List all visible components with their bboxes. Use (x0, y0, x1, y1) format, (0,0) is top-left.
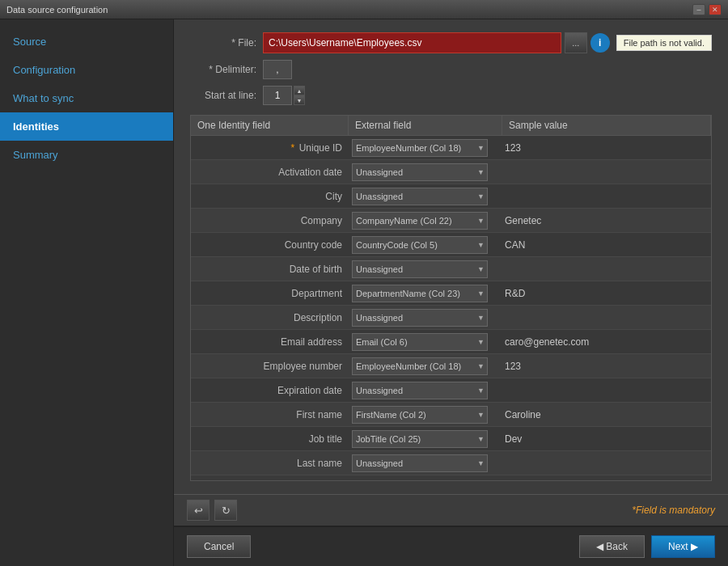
header-external-field: External field (349, 116, 502, 135)
cell-external-field: Unassigned▼ (349, 379, 498, 402)
cell-sample-value (498, 388, 711, 393)
dropdown-wrapper: Email (Col 6)▼ (352, 333, 488, 351)
table-row: Last nameUnassigned▼ (191, 451, 711, 475)
cell-identity-field: First name (191, 406, 349, 424)
external-field-dropdown[interactable]: Unassigned (352, 188, 488, 205)
external-field-dropdown[interactable]: EmployeeNumber (Col 18) (352, 357, 488, 375)
dropdown-wrapper: Unassigned▼ (352, 382, 488, 399)
cell-sample-value: Dev (498, 431, 711, 447)
browse-button[interactable]: ... (565, 32, 587, 53)
cell-identity-field: Date of birth (191, 260, 349, 278)
refresh-button[interactable]: ↻ (214, 500, 237, 521)
sidebar: Source Configuration What to sync Identi… (0, 19, 174, 566)
sidebar-item-summary[interactable]: Summary (0, 141, 173, 169)
table-body[interactable]: * Unique IDEmployeeNumber (Col 18)▼123Ac… (190, 135, 712, 481)
cell-external-field: CompanyName (Col 22)▼ (349, 209, 498, 232)
cell-sample-value: 123 (498, 358, 711, 374)
external-field-dropdown[interactable]: JobTitle (Col 25) (352, 430, 488, 448)
toolbar-icons: ↩ ↻ (187, 500, 237, 521)
cell-sample-value: CAN (498, 237, 711, 253)
sidebar-item-what-to-sync[interactable]: What to sync (0, 84, 173, 112)
external-field-dropdown[interactable]: FirstName (Col 2) (352, 406, 488, 424)
table-row: DescriptionUnassigned▼ (191, 306, 711, 330)
cell-identity-field: Activation date (191, 163, 349, 181)
table-header: One Identity field External field Sample… (190, 115, 712, 135)
undo-icon: ↩ (194, 505, 203, 517)
sidebar-item-identities[interactable]: Identities (0, 112, 173, 141)
external-field-dropdown[interactable]: Unassigned (352, 382, 488, 399)
cell-identity-field: City (191, 188, 349, 205)
cell-sample-value: R&D (498, 285, 711, 302)
cell-external-field: Email (Col 6)▼ (349, 331, 498, 353)
header-identity-field: One Identity field (191, 116, 349, 135)
dropdown-wrapper: Unassigned▼ (352, 163, 488, 181)
cell-external-field: EmployeeNumber (Col 18)▼ (349, 137, 498, 159)
dropdown-wrapper: Unassigned▼ (352, 454, 488, 472)
spin-down-button[interactable]: ▼ (294, 95, 305, 105)
external-field-dropdown[interactable]: Unassigned (352, 454, 488, 472)
table-row: CityUnassigned▼ (191, 184, 711, 209)
main-layout: Source Configuration What to sync Identi… (0, 19, 728, 566)
cell-external-field: JobTitle (Col 25)▼ (349, 428, 498, 450)
cell-external-field: DepartmentName (Col 23)▼ (349, 282, 498, 305)
undo-button[interactable]: ↩ (187, 500, 210, 521)
dropdown-wrapper: CompanyName (Col 22)▼ (352, 212, 488, 230)
next-button[interactable]: Next ▶ (651, 535, 715, 558)
table-row: Employee numberEmployeeNumber (Col 18)▼1… (191, 354, 711, 378)
external-field-dropdown[interactable]: Email (Col 6) (352, 333, 488, 351)
cell-sample-value (498, 461, 711, 466)
table-row: Expiration dateUnassigned▼ (191, 378, 711, 403)
delimiter-input[interactable] (263, 60, 292, 79)
file-row: * File: ... i File path is not valid. (190, 32, 712, 53)
cell-sample-value: caro@genetec.com (498, 334, 711, 350)
external-field-dropdown[interactable]: CompanyName (Col 22) (352, 212, 488, 230)
dropdown-wrapper: EmployeeNumber (Col 18)▼ (352, 357, 488, 375)
spin-up-button[interactable]: ▲ (294, 86, 305, 95)
sidebar-item-source[interactable]: Source (0, 27, 173, 56)
file-input[interactable] (263, 32, 561, 53)
cell-sample-value: Genetec (498, 213, 711, 229)
cell-identity-field: Description (191, 309, 349, 327)
cell-identity-field: Employee number (191, 357, 349, 375)
cell-identity-field: Department (191, 285, 349, 302)
external-field-dropdown[interactable]: CountryCode (Col 5) (352, 236, 488, 254)
external-field-dropdown[interactable]: Unassigned (352, 260, 488, 278)
table-row: First nameFirstName (Col 2)▼Caroline (191, 403, 711, 427)
external-field-dropdown[interactable]: EmployeeNumber (Col 18) (352, 139, 488, 157)
cell-sample-value: 123 (498, 140, 711, 156)
cell-sample-value (498, 267, 711, 272)
start-line-wrapper: ▲ ▼ (263, 86, 305, 105)
external-field-dropdown[interactable]: Unassigned (352, 309, 488, 327)
footer: Cancel ◀ Back Next ▶ (174, 526, 728, 566)
cancel-button[interactable]: Cancel (187, 535, 251, 558)
mandatory-note: *Field is mandatory (632, 505, 715, 516)
header-sample-value: Sample value (502, 116, 711, 135)
close-button[interactable]: ✕ (709, 4, 722, 15)
content-inner: * File: ... i File path is not valid. * … (174, 19, 728, 494)
minimize-button[interactable]: – (692, 4, 705, 15)
sidebar-item-configuration[interactable]: Configuration (0, 56, 173, 84)
delimiter-label: * Delimiter: (190, 64, 263, 75)
refresh-icon: ↻ (222, 505, 231, 517)
bottom-toolbar: ↩ ↻ *Field is mandatory (174, 494, 728, 526)
file-error-tooltip: File path is not valid. (616, 35, 712, 51)
cell-sample-value (498, 315, 711, 320)
back-button[interactable]: ◀ Back (579, 535, 645, 558)
table-row: CompanyCompanyName (Col 22)▼Genetec (191, 209, 711, 233)
cell-external-field: Unassigned▼ (349, 452, 498, 475)
dropdown-wrapper: Unassigned▼ (352, 188, 488, 205)
table-row: Country codeCountryCode (Col 5)▼CAN (191, 233, 711, 257)
delimiter-row: * Delimiter: (190, 60, 712, 79)
file-input-wrapper: ... i File path is not valid. (263, 32, 712, 53)
start-line-label: Start at line: (190, 90, 263, 101)
dropdown-wrapper: Unassigned▼ (352, 309, 488, 327)
content-area: * File: ... i File path is not valid. * … (174, 19, 728, 566)
external-field-dropdown[interactable]: DepartmentName (Col 23) (352, 285, 488, 302)
info-button[interactable]: i (590, 33, 610, 53)
cell-external-field: CountryCode (Col 5)▼ (349, 234, 498, 256)
cell-external-field: FirstName (Col 2)▼ (349, 403, 498, 426)
start-line-row: Start at line: ▲ ▼ (190, 86, 712, 105)
title-bar: Data source configuration – ✕ (0, 0, 728, 19)
start-line-input[interactable] (263, 86, 292, 105)
external-field-dropdown[interactable]: Unassigned (352, 163, 488, 181)
